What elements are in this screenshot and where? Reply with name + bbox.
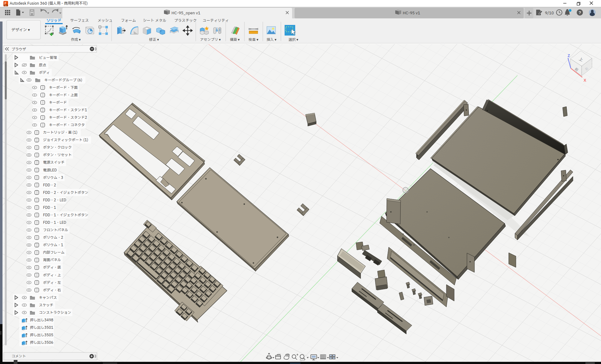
svg-text:FDD・1・イジェクトボタン: FDD・1・イジェクトボタン [43, 213, 88, 218]
svg-text:ボリウム・1: ボリウム・1 [43, 242, 63, 248]
svg-text:ボディ・上: ボディ・上 [43, 273, 61, 278]
svg-text:ボリウム・3: ボリウム・3 [43, 175, 63, 180]
svg-text:ボディ・右: ボディ・右 [43, 288, 61, 293]
svg-text:キーボード・下面: キーボード・下面 [49, 85, 78, 90]
svg-text:ボディ: ボディ [39, 70, 50, 75]
svg-text:ボタン・リセット: ボタン・リセット [43, 152, 72, 158]
svg-text:背面パネル: 背面パネル [43, 257, 61, 263]
svg-text:カートリッジ・蓋 (1): カートリッジ・蓋 (1) [43, 130, 77, 135]
svg-text:キーボード: キーボード [49, 100, 67, 105]
svg-text:ボタン・クロック: ボタン・クロック [43, 145, 72, 150]
svg-text:電源LED: 電源LED [43, 168, 57, 173]
svg-text:内部フレーム: 内部フレーム [43, 250, 65, 255]
svg-text:FDD・1: FDD・1 [43, 205, 56, 210]
svg-text:コメント: コメント [12, 354, 26, 359]
svg-text:キャンパス: キャンパス [39, 295, 57, 300]
svg-text:キーボード・スタンド2: キーボード・スタンド2 [49, 115, 87, 120]
svg-text:ボリウム・2: ボリウム・2 [43, 235, 63, 240]
svg-text:スケッチ: スケッチ [39, 303, 53, 308]
svg-text:キーボード・上面: キーボード・上面 [49, 93, 78, 98]
svg-text:FDD・2・イジェクトボタン: FDD・2・イジェクトボタン [43, 190, 88, 195]
svg-text:FDD・2: FDD・2 [43, 183, 56, 188]
svg-text:ボディ・底: ボディ・底 [43, 265, 61, 270]
svg-text:電源スイッチ: 電源スイッチ [43, 160, 65, 165]
svg-text:押し出し3498: 押し出し3498 [30, 318, 53, 323]
svg-text:ジョイスティックポート (1): ジョイスティックポート (1) [43, 137, 88, 143]
svg-text:FDD・1・LED: FDD・1・LED [43, 220, 66, 225]
svg-text:押し出し3506: 押し出し3506 [30, 340, 53, 345]
svg-text:FDD・2・LED: FDD・2・LED [43, 198, 66, 203]
svg-text:押し出し3501: 押し出し3501 [30, 325, 53, 330]
svg-text:押し出し3505: 押し出し3505 [30, 333, 53, 338]
svg-text:フロントパネル: フロントパネル [43, 228, 68, 233]
svg-text:キーボード・コネクタ: キーボード・コネクタ [49, 122, 85, 128]
svg-text:キーボード・スタンド1: キーボード・スタンド1 [49, 108, 87, 113]
svg-text:原点: 原点 [39, 63, 46, 68]
svg-text:キーボードグループ (6): キーボードグループ (6) [44, 78, 82, 83]
svg-text:ボディ・左: ボディ・左 [43, 280, 61, 285]
svg-text:コンストラクション: コンストラクション [39, 310, 71, 315]
svg-text:ビュー管理: ビュー管理 [39, 55, 57, 60]
svg-text:ブラウザ: ブラウザ [12, 47, 26, 52]
